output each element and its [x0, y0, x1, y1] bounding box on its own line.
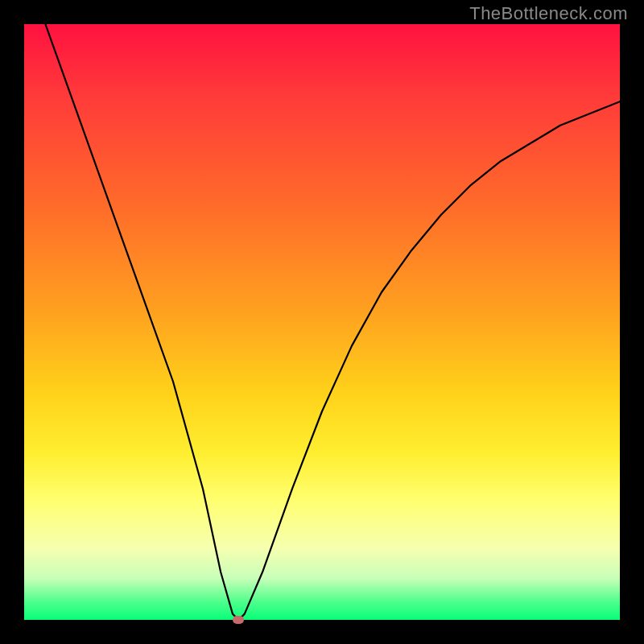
watermark-text: TheBottleneck.com	[469, 3, 628, 24]
chart-frame: TheBottleneck.com	[0, 0, 644, 644]
plot-area	[24, 24, 620, 620]
bottleneck-curve	[24, 24, 620, 620]
minimum-marker	[233, 616, 244, 624]
